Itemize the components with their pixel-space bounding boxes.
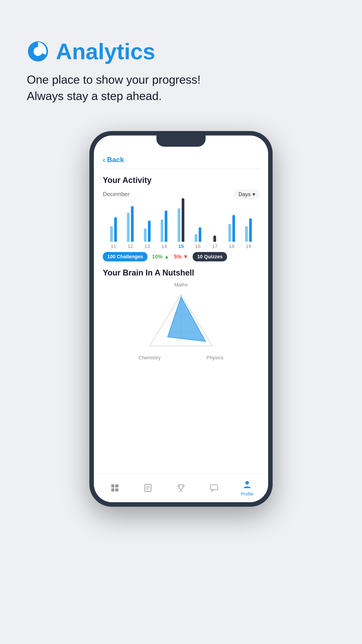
title-row: Analytics bbox=[27, 40, 201, 62]
svg-point-1 bbox=[33, 47, 42, 56]
challenges-badge: 100 Challenges bbox=[103, 252, 147, 262]
profile-icon bbox=[242, 479, 253, 490]
screen-content: Your Activity December Days ▾ bbox=[94, 169, 268, 473]
radar-label-chemistry: Chemistry bbox=[139, 355, 161, 361]
svg-rect-18 bbox=[211, 485, 218, 490]
chat-icon bbox=[209, 482, 220, 494]
svg-rect-8 bbox=[111, 484, 114, 488]
home-icon bbox=[109, 482, 120, 494]
activity-section: Your Activity December Days ▾ bbox=[103, 176, 259, 262]
arrow-up-icon: ▲ bbox=[164, 254, 169, 260]
chart-month: December bbox=[103, 191, 130, 198]
radar-label-maths: Maths bbox=[174, 282, 188, 288]
arrow-down-icon: ▼ bbox=[183, 254, 188, 260]
bar-group-17: 17 bbox=[206, 236, 223, 249]
analytics-icon bbox=[27, 40, 49, 62]
book-icon bbox=[142, 482, 153, 494]
bar-group-12: 12 bbox=[122, 206, 139, 249]
header-section: Analytics One place to show your progres… bbox=[27, 40, 201, 104]
page-wrapper: Analytics One place to show your progres… bbox=[0, 0, 362, 644]
stat-red: 5% ▼ bbox=[174, 254, 188, 260]
bar-group-16: 16 bbox=[189, 227, 206, 249]
bottom-nav: Profile bbox=[94, 473, 268, 502]
bar-group-15: 15 bbox=[173, 198, 189, 249]
nav-item-learn[interactable] bbox=[131, 482, 164, 494]
bar-group-19: 19 bbox=[240, 218, 257, 249]
activity-title: Your Activity bbox=[103, 176, 259, 185]
nav-item-trophy[interactable] bbox=[164, 482, 198, 494]
subtitle: One place to show your progress! Always … bbox=[27, 72, 201, 104]
bar-group-18: 18 bbox=[223, 215, 240, 249]
svg-rect-9 bbox=[115, 484, 118, 488]
phone-mockup: ‹ Back Your Activity December Days ▾ bbox=[89, 131, 273, 507]
bar-group-13: 13 bbox=[139, 220, 156, 249]
stats-row: 100 Challenges 10% ▲ 5% ▼ 10 Quizzes bbox=[103, 252, 259, 262]
radar-label-physics: Physics bbox=[206, 355, 223, 361]
days-dropdown[interactable]: Days ▾ bbox=[234, 190, 259, 199]
radar-chart bbox=[145, 290, 217, 353]
chevron-left-icon: ‹ bbox=[103, 156, 105, 164]
brain-section: Your Brain In A Nutshell Maths bbox=[103, 268, 259, 361]
radar-labels-bottom: Chemistry Physics bbox=[139, 355, 223, 361]
stat-green: 10% ▲ bbox=[152, 254, 169, 260]
bar-chart: 11 12 bbox=[103, 204, 259, 249]
svg-rect-11 bbox=[115, 488, 118, 492]
trophy-icon bbox=[175, 482, 187, 494]
radar-container: Maths bbox=[103, 282, 259, 361]
phone-notch bbox=[156, 136, 206, 147]
quizzes-badge: 10 Quizzes bbox=[193, 252, 227, 262]
chart-header: December Days ▾ bbox=[103, 190, 259, 199]
nav-label-profile: Profile bbox=[241, 492, 254, 497]
bar-group-11: 11 bbox=[105, 217, 122, 249]
chevron-down-icon: ▾ bbox=[253, 191, 255, 198]
phone-screen: ‹ Back Your Activity December Days ▾ bbox=[94, 136, 268, 502]
nav-item-chat[interactable] bbox=[198, 482, 231, 494]
nav-item-profile[interactable]: Profile bbox=[231, 479, 264, 497]
svg-point-19 bbox=[245, 481, 249, 484]
bar-group-14: 14 bbox=[156, 210, 173, 249]
phone-wrapper: ‹ Back Your Activity December Days ▾ bbox=[27, 131, 335, 507]
brain-title: Your Brain In A Nutshell bbox=[103, 268, 259, 278]
page-title: Analytics bbox=[56, 40, 155, 62]
back-button[interactable]: ‹ Back bbox=[94, 151, 268, 168]
nav-item-home[interactable] bbox=[98, 482, 131, 494]
svg-rect-10 bbox=[111, 488, 114, 492]
